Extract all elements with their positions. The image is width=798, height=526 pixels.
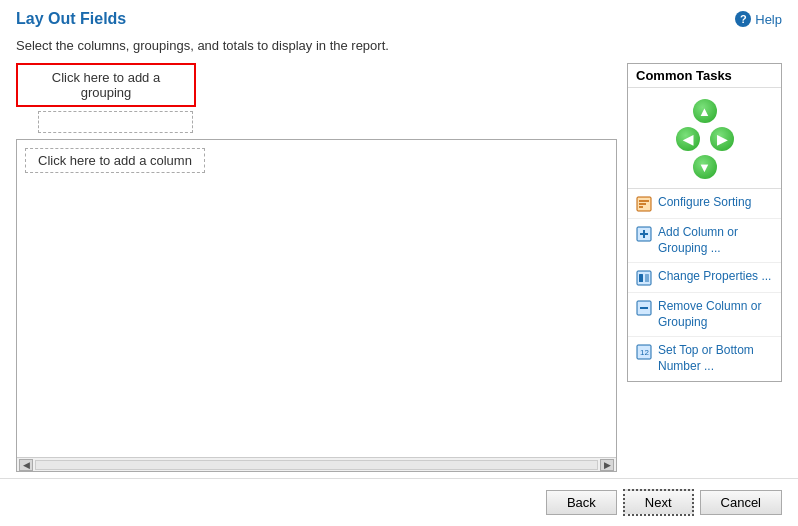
grouping-placeholder [38,111,193,133]
move-right-button[interactable]: ▶ [709,126,735,152]
add-column-label: Add Column orGrouping ... [658,225,738,256]
scroll-track[interactable] [35,460,598,470]
column-area: Click here to add a column ◀ ▶ [16,139,617,472]
set-top-bottom-icon: 12 [636,344,652,360]
task-change-properties[interactable]: Change Properties ... [628,263,781,293]
common-tasks-box: Common Tasks ▲ ◀ ▶ [627,63,782,382]
left-arrow-icon: ◀ [676,127,700,151]
change-properties-label: Change Properties ... [658,269,771,285]
page-title: Lay Out Fields [16,10,126,28]
arrow-row-bottom: ▼ [692,154,718,180]
footer: Back Next Cancel [0,478,798,526]
scroll-right-arrow[interactable]: ▶ [600,459,614,471]
change-properties-icon [636,270,652,286]
task-configure-sorting[interactable]: Configure Sorting [628,189,781,219]
cancel-button[interactable]: Cancel [700,490,782,515]
move-left-button[interactable]: ◀ [675,126,701,152]
column-scrollbar: ◀ ▶ [17,457,616,471]
down-arrow-icon: ▼ [693,155,717,179]
arrow-row-middle: ◀ ▶ [675,126,735,152]
grouping-area: Click here to add a grouping [16,63,617,133]
move-up-button[interactable]: ▲ [692,98,718,124]
task-remove-column[interactable]: Remove Column orGrouping [628,293,781,337]
right-panel: Common Tasks ▲ ◀ ▶ [627,63,782,472]
header: Lay Out Fields ? Help [0,0,798,34]
add-column-icon [636,226,652,242]
back-button[interactable]: Back [546,490,617,515]
task-add-column[interactable]: Add Column orGrouping ... [628,219,781,263]
add-grouping-button[interactable]: Click here to add a grouping [16,63,196,107]
add-column-button[interactable]: Click here to add a column [25,148,205,173]
arrow-row-top: ▲ [692,98,718,124]
main-content: Click here to add a grouping Click here … [0,63,798,472]
svg-rect-9 [645,274,649,282]
help-icon: ? [735,11,751,27]
help-label: Help [755,12,782,27]
subtitle: Select the columns, groupings, and total… [0,34,798,63]
help-link[interactable]: ? Help [735,11,782,27]
remove-column-icon [636,300,652,316]
move-down-button[interactable]: ▼ [692,154,718,180]
right-arrow-icon: ▶ [710,127,734,151]
up-arrow-icon: ▲ [693,99,717,123]
next-button[interactable]: Next [623,489,694,516]
set-top-bottom-label: Set Top or BottomNumber ... [658,343,754,374]
configure-sorting-label: Configure Sorting [658,195,751,211]
remove-column-label: Remove Column orGrouping [658,299,761,330]
svg-rect-8 [639,274,643,282]
column-area-inner: Click here to add a column [17,140,616,457]
left-panel: Click here to add a grouping Click here … [16,63,617,472]
common-tasks-title: Common Tasks [628,64,781,88]
svg-text:12: 12 [640,348,649,357]
task-set-top-bottom[interactable]: 12 Set Top or BottomNumber ... [628,337,781,380]
page-container: Lay Out Fields ? Help Select the columns… [0,0,798,526]
arrow-pad: ▲ ◀ ▶ ▼ [628,88,781,188]
scroll-left-arrow[interactable]: ◀ [19,459,33,471]
sort-icon [636,196,652,212]
